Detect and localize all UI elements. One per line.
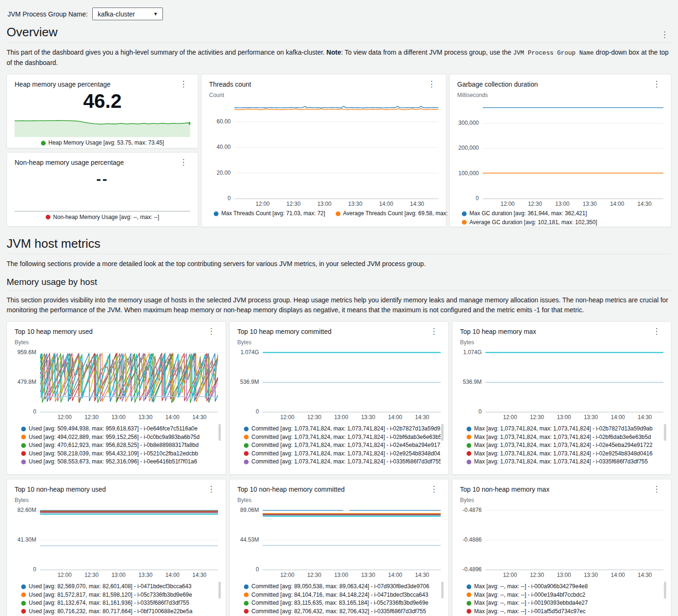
legend-scrollbar[interactable] — [441, 424, 444, 441]
legend-item[interactable]: Used [avg: 492,983,957, max: 948,799,874… — [21, 466, 218, 468]
chart-plot[interactable] — [40, 348, 218, 413]
overview-description: This part of the dashboard gives you a h… — [7, 48, 671, 67]
card-menu-button[interactable]: ⋮ — [177, 157, 190, 167]
process-group-select[interactable]: kafka-cluster ▼ — [92, 8, 163, 20]
legend-color-dot — [21, 435, 26, 439]
legend-item[interactable]: Committed [avg: 84,104,716, max: 84,148,… — [244, 591, 441, 600]
legend-item[interactable]: Committed [avg: 89,050,538, max: 89,063,… — [244, 583, 441, 591]
legend-item[interactable]: Max [avg: 1,073,741,824, max: 1,073,741,… — [467, 458, 663, 466]
legend-label: Max [avg: 1,073,741,824, max: 1,073,741,… — [474, 466, 651, 468]
card-menu-button[interactable]: ⋮ — [650, 79, 663, 89]
legend-item[interactable]: Non-heap Memory Usage [avg: --, max: --] — [46, 213, 159, 222]
chart-plot[interactable] — [485, 505, 663, 570]
legend-item[interactable]: Committed [avg: 83,115,635, max: 83,165,… — [244, 599, 441, 608]
legend-color-dot — [244, 443, 249, 448]
legend-scrollbar[interactable] — [218, 424, 221, 441]
legend-item[interactable]: Committed [avg: 1,073,741,824, max: 1,07… — [244, 450, 441, 458]
legend-color-dot — [244, 601, 249, 606]
legend-item[interactable]: Max [avg: 1,073,741,824, max: 1,073,741,… — [467, 433, 663, 442]
legend-item[interactable]: Max [avg: 1,073,741,824, max: 1,073,741,… — [467, 441, 663, 450]
legend-item[interactable]: Used [avg: 494,022,889, max: 959,152,256… — [21, 433, 218, 442]
legend-item[interactable]: Average GC duration [avg: 102,181, max: … — [462, 219, 663, 227]
legend-label: Max [avg: --, max: --] - i-000a906b34279… — [474, 583, 588, 591]
card-menu-button[interactable]: ⋮ — [427, 484, 441, 494]
legend-item[interactable]: Used [avg: 81,572,817, max: 81,598,120] … — [21, 591, 218, 600]
legend-item[interactable]: Used [avg: 508,218,039, max: 954,432,109… — [21, 450, 218, 458]
legend-item[interactable]: Committed [avg: 1,073,741,824, max: 1,07… — [244, 425, 441, 433]
legend-color-dot — [244, 592, 249, 597]
series-line — [234, 109, 438, 110]
legend-color-dot — [462, 220, 467, 225]
overview-note-label: Note — [326, 49, 341, 56]
legend-item[interactable]: Committed [avg: 82,706,432, max: 82,706,… — [244, 608, 441, 616]
legend-item[interactable]: Max [avg: 1,073,741,824, max: 1,073,741,… — [467, 450, 663, 458]
y-tick-label: 82.60M — [17, 507, 36, 513]
legend-item[interactable]: Used [avg: 80,716,232, max: 80,717,664] … — [21, 608, 218, 616]
empty-chart-baseline — [15, 211, 190, 211]
heap-usage-percentage-card: Heap memory usage percentage ⋮ 46.2 Heap… — [7, 74, 198, 148]
x-tick-label: 12:00 — [503, 414, 517, 421]
x-tick-label: 13:30 — [361, 414, 375, 421]
x-tick-label: 13:00 — [317, 201, 331, 207]
y-axis-unit: Bytes — [460, 339, 663, 346]
card-menu-button[interactable]: ⋮ — [204, 326, 218, 336]
legend-label: Max [avg: --, max: --] - i-000e19a4bf7cc… — [474, 591, 585, 600]
legend-scrollbar[interactable] — [441, 582, 444, 599]
legend-item[interactable]: Committed [avg: 1,073,741,824, max: 1,07… — [244, 441, 441, 450]
y-axis-unit: Bytes — [237, 339, 441, 346]
chart-svg — [485, 348, 663, 413]
legend-item[interactable]: Max [avg: --, max: --] - i-00190393ebbda… — [467, 599, 663, 608]
legend-item[interactable]: Committed [avg: 1,073,741,824, max: 1,07… — [244, 433, 441, 442]
host-legend: Committed [avg: 89,050,538, max: 89,063,… — [237, 583, 441, 616]
legend-item[interactable]: Heap Memory Usage [avg: 53.75, max: 73.4… — [41, 139, 164, 147]
x-tick-label: 13:30 — [138, 572, 153, 578]
x-tick-label: 12:30 — [307, 572, 321, 578]
legend-label: Used [avg: 509,494,938, max: 959,618,637… — [29, 425, 198, 433]
chart-svg — [234, 100, 438, 199]
legend-item[interactable]: Max [avg: --, max: --] - i-001af5d5d734c… — [467, 608, 663, 616]
legend-item[interactable]: Average Threads Count [avg: 69.58, max: … — [336, 210, 462, 218]
legend-item[interactable]: Max GC duration [avg: 361,944, max: 362,… — [462, 210, 663, 218]
legend-color-dot — [244, 460, 249, 464]
legend-item[interactable]: Max [avg: 1,073,741,824, max: 1,073,741,… — [467, 466, 663, 468]
legend-item[interactable]: Max [avg: 1,073,741,824, max: 1,073,741,… — [467, 425, 663, 433]
legend-item[interactable]: Committed [avg: 1,073,741,824, max: 1,07… — [244, 466, 441, 468]
y-tick-label: 1.074G — [241, 349, 259, 356]
x-tick-label: 12:00 — [500, 201, 515, 207]
y-tick-label: 479.8M — [17, 379, 36, 385]
legend-item[interactable]: Max [avg: --, max: --] - i-000a906b34279… — [467, 583, 663, 591]
card-menu-button[interactable]: ⋮ — [177, 79, 190, 89]
chart-plot[interactable] — [483, 100, 663, 199]
legend-item[interactable]: Used [avg: 509,494,938, max: 959,618,637… — [21, 425, 218, 433]
legend-item[interactable]: Used [avg: 470,612,923, max: 956,828,525… — [21, 441, 218, 450]
card-menu-button[interactable]: ⋮ — [650, 484, 663, 494]
legend-label: Used [avg: 80,716,232, max: 80,717,664] … — [29, 608, 193, 616]
chart-plot[interactable] — [485, 348, 663, 413]
legend-item[interactable]: Committed [avg: 1,073,741,824, max: 1,07… — [244, 458, 441, 466]
overview-menu-button[interactable]: ⋮ — [658, 30, 671, 40]
legend-scrollbar[interactable] — [664, 424, 666, 441]
legend-item[interactable]: Max Threads Count [avg: 71.03, max: 72] — [214, 210, 325, 218]
legend-scrollbar[interactable] — [664, 582, 666, 599]
card-menu-button[interactable]: ⋮ — [427, 326, 441, 336]
chart-plot[interactable] — [263, 505, 441, 570]
legend-item[interactable]: Max [avg: --, max: --] - i-000e19a4bf7cc… — [467, 591, 663, 600]
legend-item[interactable]: Used [avg: 82,569,070, max: 82,601,408] … — [21, 583, 218, 591]
x-tick-label: 12:30 — [84, 572, 98, 578]
legend-item[interactable]: Used [avg: 508,553,673, max: 952,316,096… — [21, 458, 218, 466]
x-tick-label: 14:00 — [379, 201, 393, 207]
chart-plot[interactable] — [263, 348, 441, 413]
card-menu-button[interactable]: ⋮ — [425, 79, 438, 89]
x-tick-label: 13:00 — [112, 572, 126, 578]
legend-color-dot — [244, 584, 249, 589]
card-menu-button[interactable]: ⋮ — [650, 326, 663, 336]
chart-plot[interactable] — [40, 505, 218, 570]
heap-usage-value: 46.2 — [15, 90, 190, 113]
legend-color-dot — [467, 601, 471, 606]
chart-plot[interactable] — [234, 100, 438, 199]
legend-item[interactable]: Used [avg: 81,132,674, max: 81,161,936] … — [21, 599, 218, 608]
overview-title: Overview — [7, 25, 57, 40]
card-menu-button[interactable]: ⋮ — [204, 484, 218, 494]
legend-scrollbar[interactable] — [218, 582, 221, 599]
heap-usage-sparkline[interactable] — [15, 114, 190, 137]
